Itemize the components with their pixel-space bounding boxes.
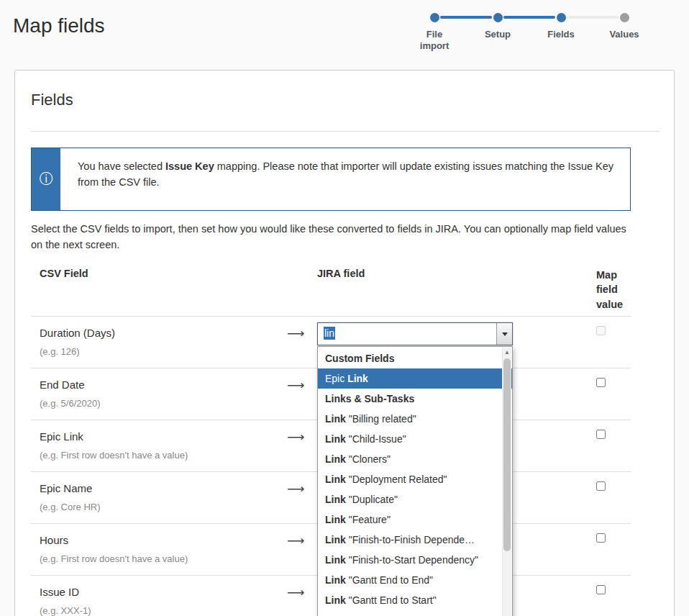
map-field-value-header: Map field value (596, 268, 631, 312)
csv-field-example: (e.g. First row doesn't have a value) (40, 450, 287, 461)
maps-to-arrow-icon: ⟶ (287, 317, 317, 341)
map-value-cell (596, 368, 631, 389)
csv-field-name: Hours (40, 534, 287, 546)
csv-field-example: (e.g. 126) (40, 346, 287, 357)
dropdown-item-match: Link (325, 594, 346, 606)
dropdown-item-match: Link (325, 453, 346, 465)
dropdown-item-text: "Gantt End to End" (346, 574, 433, 586)
dropdown-item[interactable]: Epic Link (318, 368, 512, 389)
table-header: CSV Field JIRA field Map field value (31, 258, 631, 317)
step-label: Values (609, 29, 639, 40)
step-dot-upcoming-icon (620, 13, 629, 22)
dropdown-item[interactable]: Link "Gantt End to End" (318, 570, 512, 590)
info-message-text: You have selected (78, 160, 165, 172)
dropdown-item[interactable]: Link "Cloners" (318, 449, 512, 469)
csv-field-cell: Hours (e.g. First row doesn't have a val… (31, 524, 287, 564)
maps-to-arrow-icon: ⟶ (287, 420, 317, 445)
dropdown-item-match: Link (325, 514, 346, 525)
maps-to-arrow-icon: ⟶ (287, 368, 317, 393)
dropdown-item-text: "Feature" (346, 514, 391, 525)
dropdown-item[interactable]: Link "Finish-to-Start Dependency" (318, 550, 512, 570)
dropdown-item-match: Link (325, 474, 346, 485)
dropdown-item[interactable] (318, 610, 512, 616)
csv-field-name: Epic Name (40, 482, 287, 494)
progress-stepper: File import Setup Fields Values (403, 7, 656, 53)
jira-field-cell: lin Custom Fields Epic Link Links & Sub-… (317, 317, 533, 345)
maps-to-arrow-icon: ⟶ (287, 576, 317, 600)
dropdown-item-match: Link (325, 413, 346, 425)
dropdown-item-match: Link (347, 373, 368, 384)
combobox-input[interactable]: lin (318, 323, 496, 345)
csv-field-name: Issue ID (40, 586, 287, 598)
map-value-cell (596, 576, 631, 597)
dropdown-item-match: Link (325, 433, 346, 445)
csv-field-example: (e.g. XXX-1) (40, 605, 287, 616)
fields-panel: Fields ⓘ You have selected Issue Key map… (14, 70, 675, 616)
csv-field-cell: Epic Link (e.g. First row doesn't have a… (31, 420, 287, 461)
csv-field-name: Epic Link (40, 430, 287, 443)
chevron-down-icon (502, 332, 508, 339)
map-value-cell (596, 524, 631, 545)
fields-table: CSV Field JIRA field Map field value Dur… (31, 258, 631, 616)
dropdown-item-match: Link (325, 494, 346, 505)
info-box: ⓘ You have selected Issue Key mapping. P… (31, 148, 631, 211)
step-label: Fields (547, 29, 575, 40)
info-icon: ⓘ (40, 170, 53, 189)
dropdown-item-match: Link (325, 554, 346, 566)
map-field-value-checkbox[interactable] (596, 430, 606, 439)
dropdown-item[interactable]: Link "Billing related" (318, 409, 512, 429)
dropdown-item-text: "Finish-to-Start Dependency" (346, 554, 478, 566)
map-field-value-checkbox[interactable] (596, 378, 606, 387)
info-message: You have selected Issue Key mapping. Ple… (60, 148, 630, 210)
csv-field-example: (e.g. 5/6/2020) (40, 398, 287, 409)
info-message-bold: Issue Key (165, 160, 214, 172)
step-label: Setup (485, 29, 511, 40)
dropdown-item-text: "Finish-to-Finish Depende… (346, 534, 475, 545)
dropdown-item[interactable]: Link "Finish-to-Finish Depende… (318, 530, 512, 550)
csv-field-name: End Date (40, 379, 287, 391)
jira-field-combobox[interactable]: lin (317, 322, 513, 345)
csv-field-name: Duration (Days) (40, 327, 287, 339)
page-header: Map fields File import Setup Fields Valu… (0, 0, 689, 70)
dropdown-item-text: "Billing related" (346, 413, 416, 425)
step-dot-done-icon (493, 13, 503, 22)
scrollbar-thumb[interactable] (503, 358, 511, 551)
dropdown-group-header: Custom Fields (318, 348, 512, 368)
csv-field-example: (e.g. Core HR) (40, 502, 287, 512)
instructions-text: Select the CSV fields to import, then se… (31, 221, 631, 253)
dropdown-item-match: Link (325, 574, 346, 586)
scrollbar-up-icon[interactable]: ▲ (503, 348, 511, 357)
csv-field-example: (e.g. First row doesn't have a value) (40, 553, 287, 564)
page-title: Map fields (13, 7, 105, 37)
step-values: Values (593, 9, 656, 53)
dropdown-item-text: "Duplicate" (346, 494, 398, 505)
dropdown-item[interactable]: Link "Deployment Related" (318, 469, 512, 489)
dropdown-item[interactable]: Link "Feature" (318, 509, 512, 530)
dropdown-item-match: Link (325, 534, 346, 545)
csv-field-header: CSV Field (31, 268, 287, 279)
dropdown-item-text: "Child-Issue" (346, 433, 406, 445)
dropdown-item[interactable]: Link "Duplicate" (318, 489, 512, 509)
jira-field-header: JIRA field (317, 268, 533, 279)
combobox-dropdown-button[interactable] (496, 323, 512, 345)
map-value-cell (596, 472, 631, 493)
combobox-value: lin (324, 327, 335, 340)
map-field-value-checkbox[interactable] (596, 481, 606, 491)
map-value-cell (596, 317, 631, 338)
dropdown-group-header: Links & Sub-Tasks (318, 389, 512, 409)
dropdown-item[interactable]: Link "Child-Issue" (318, 429, 512, 449)
panel-title: Fields (31, 91, 658, 109)
csv-field-cell: Epic Name (e.g. Core HR) (31, 472, 287, 512)
csv-field-cell: Issue ID (e.g. XXX-1) (31, 576, 287, 616)
maps-to-arrow-icon: ⟶ (287, 524, 317, 548)
step-dot-current-icon (557, 13, 566, 22)
dropdown-scrollbar[interactable]: ▲ (502, 348, 511, 616)
jira-field-dropdown: Custom Fields Epic Link Links & Sub-Task… (317, 346, 513, 616)
map-field-value-checkbox[interactable] (596, 533, 606, 543)
dropdown-item[interactable]: Link "Gantt End to Start" (318, 590, 512, 610)
csv-field-cell: End Date (e.g. 5/6/2020) (31, 368, 287, 409)
map-field-value-checkbox[interactable] (596, 326, 606, 335)
dropdown-item-text: Epic (325, 373, 347, 384)
map-field-value-checkbox[interactable] (596, 585, 606, 594)
dropdown-item-text: "Cloners" (346, 453, 391, 465)
